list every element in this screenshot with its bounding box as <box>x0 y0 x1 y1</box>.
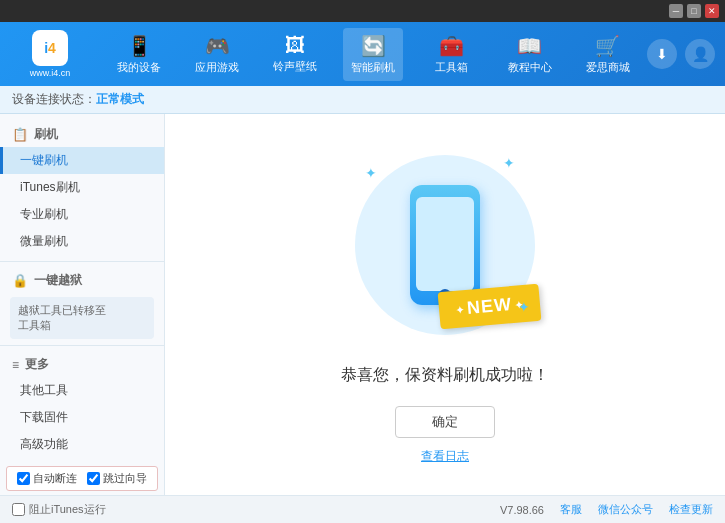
nav-item-toolbox[interactable]: 🧰 工具箱 <box>422 28 482 81</box>
nav-bar: 📱 我的设备 🎮 应用游戏 🖼 铃声壁纸 🔄 智能刷机 🧰 工具箱 📖 教程中心… <box>100 28 647 81</box>
wallpaper-icon: 🖼 <box>285 34 305 57</box>
header: i4 www.i4.cn 📱 我的设备 🎮 应用游戏 🖼 铃声壁纸 🔄 智能刷机… <box>0 22 725 86</box>
confirm-button[interactable]: 确定 <box>395 406 495 438</box>
logo-text: www.i4.cn <box>30 68 71 78</box>
stop-itunes-label: 阻止iTunes运行 <box>29 502 106 517</box>
status-bar: 设备连接状态： 正常模式 <box>0 86 725 114</box>
sparkle-icon-3: ✦ <box>518 299 530 315</box>
success-message: 恭喜您，保资料刷机成功啦！ <box>341 365 549 386</box>
apps-icon: 🎮 <box>205 34 230 58</box>
nav-label-toolbox: 工具箱 <box>435 60 468 75</box>
auto-disconnect-input[interactable] <box>17 472 30 485</box>
tutorials-icon: 📖 <box>517 34 542 58</box>
main-layout: 📋 刷机 一键刷机 iTunes刷机 专业刷机 微量刷机 🔒 一键越狱 越狱工具… <box>0 114 725 495</box>
sidebar-item-downgrade-flash[interactable]: 微量刷机 <box>0 228 164 255</box>
bottom-bar: 阻止iTunes运行 V7.98.66 客服 微信公众号 检查更新 <box>0 495 725 523</box>
bottom-right: V7.98.66 客服 微信公众号 检查更新 <box>500 502 713 517</box>
logo-icon: i4 <box>32 30 68 66</box>
sparkle-icon-2: ✦ <box>503 155 515 171</box>
bottom-left: 阻止iTunes运行 <box>12 502 106 517</box>
flash-section-title: 📋 刷机 <box>0 122 164 147</box>
sidebar-divider-1 <box>0 261 164 262</box>
nav-item-smart-flash[interactable]: 🔄 智能刷机 <box>343 28 403 81</box>
version-label: V7.98.66 <box>500 504 544 516</box>
logo[interactable]: i4 www.i4.cn <box>10 30 90 78</box>
my-device-icon: 📱 <box>127 34 152 58</box>
jailbreak-note: 越狱工具已转移至 工具箱 <box>10 297 154 339</box>
sidebar-item-one-click-flash[interactable]: 一键刷机 <box>0 147 164 174</box>
auto-disconnect-checkbox[interactable]: 自动断连 <box>17 471 77 486</box>
minimize-button[interactable]: ─ <box>669 4 683 18</box>
status-label: 设备连接状态： <box>12 91 96 108</box>
nav-label-apps: 应用游戏 <box>195 60 239 75</box>
nav-item-wallpaper[interactable]: 🖼 铃声壁纸 <box>265 28 325 80</box>
review-log-link[interactable]: 查看日志 <box>421 448 469 465</box>
smart-flash-icon: 🔄 <box>361 34 386 58</box>
nav-item-store[interactable]: 🛒 爱思商城 <box>578 28 638 81</box>
stop-itunes-checkbox[interactable] <box>12 503 25 516</box>
close-button[interactable]: ✕ <box>705 4 719 18</box>
toolbox-icon: 🧰 <box>439 34 464 58</box>
nav-label-smart-flash: 智能刷机 <box>351 60 395 75</box>
skip-wizard-input[interactable] <box>87 472 100 485</box>
options-row: 自动断连 跳过向导 <box>6 466 158 491</box>
sidebar-item-pro-flash[interactable]: 专业刷机 <box>0 201 164 228</box>
nav-item-my-device[interactable]: 📱 我的设备 <box>109 28 169 81</box>
nav-label-wallpaper: 铃声壁纸 <box>273 59 317 74</box>
wechat-public-link[interactable]: 微信公众号 <box>598 502 653 517</box>
phone-screen <box>416 197 474 291</box>
jailbreak-section-title: 🔒 一键越狱 <box>0 268 164 293</box>
titlebar: ─ □ ✕ <box>0 0 725 22</box>
download-button[interactable]: ⬇ <box>647 39 677 69</box>
skip-wizard-checkbox[interactable]: 跳过向导 <box>87 471 147 486</box>
sidebar-item-download-firmware[interactable]: 下载固件 <box>0 404 164 431</box>
nav-item-tutorials[interactable]: 📖 教程中心 <box>500 28 560 81</box>
nav-label-store: 爱思商城 <box>586 60 630 75</box>
check-update-link[interactable]: 检查更新 <box>669 502 713 517</box>
main-content: NEW ✦ ✦ ✦ 恭喜您，保资料刷机成功啦！ 确定 查看日志 <box>165 114 725 495</box>
sidebar-item-advanced[interactable]: 高级功能 <box>0 431 164 458</box>
sidebar-divider-2 <box>0 345 164 346</box>
more-section-title: ≡ 更多 <box>0 352 164 377</box>
nav-label-my-device: 我的设备 <box>117 60 161 75</box>
header-actions: ⬇ 👤 <box>647 39 715 69</box>
maximize-button[interactable]: □ <box>687 4 701 18</box>
phone-shape <box>410 185 480 305</box>
sidebar-item-itunes-flash[interactable]: iTunes刷机 <box>0 174 164 201</box>
sidebar: 📋 刷机 一键刷机 iTunes刷机 专业刷机 微量刷机 🔒 一键越狱 越狱工具… <box>0 114 165 495</box>
flash-section-icon: 📋 <box>12 127 28 142</box>
store-icon: 🛒 <box>595 34 620 58</box>
success-illustration: NEW ✦ ✦ ✦ <box>345 145 545 345</box>
user-button[interactable]: 👤 <box>685 39 715 69</box>
sparkle-icon-1: ✦ <box>365 165 377 181</box>
nav-item-apps[interactable]: 🎮 应用游戏 <box>187 28 247 81</box>
sidebar-item-other-tools[interactable]: 其他工具 <box>0 377 164 404</box>
lock-icon: 🔒 <box>12 273 28 288</box>
customer-service-link[interactable]: 客服 <box>560 502 582 517</box>
status-value: 正常模式 <box>96 91 144 108</box>
nav-label-tutorials: 教程中心 <box>508 60 552 75</box>
